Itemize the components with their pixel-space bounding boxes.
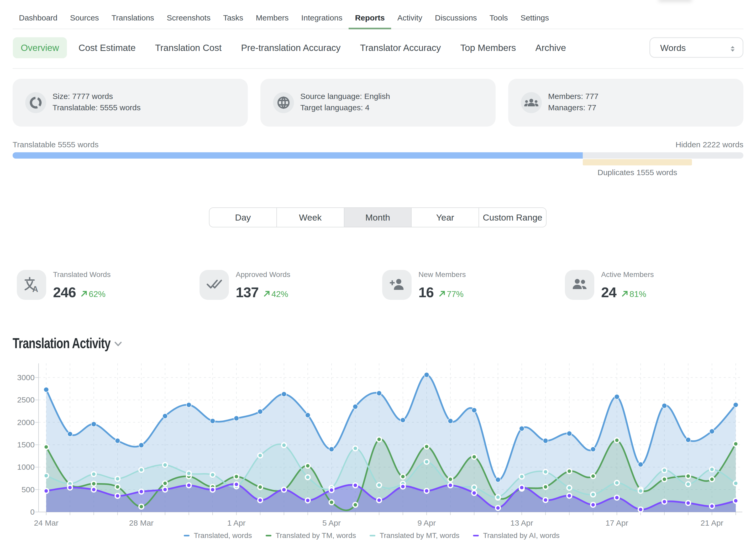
svg-text:13 Apr: 13 Apr [510, 519, 533, 527]
svg-text:24 Mar: 24 Mar [34, 519, 58, 527]
svg-text:3000: 3000 [17, 373, 35, 382]
svg-text:2000: 2000 [17, 418, 35, 427]
svg-text:21 Apr: 21 Apr [701, 519, 723, 527]
svg-text:500: 500 [22, 485, 35, 494]
svg-text:A: A [32, 285, 38, 292]
svg-text:17 Apr: 17 Apr [606, 519, 628, 527]
svg-text:9 Apr: 9 Apr [417, 519, 436, 527]
svg-text:5 Apr: 5 Apr [322, 519, 341, 527]
svg-text:28 Mar: 28 Mar [129, 519, 154, 527]
svg-text:0: 0 [30, 508, 35, 516]
svg-text:2500: 2500 [17, 395, 35, 404]
svg-text:1 Apr: 1 Apr [227, 519, 246, 527]
svg-text:1500: 1500 [17, 440, 35, 449]
svg-text:1000: 1000 [17, 463, 35, 471]
